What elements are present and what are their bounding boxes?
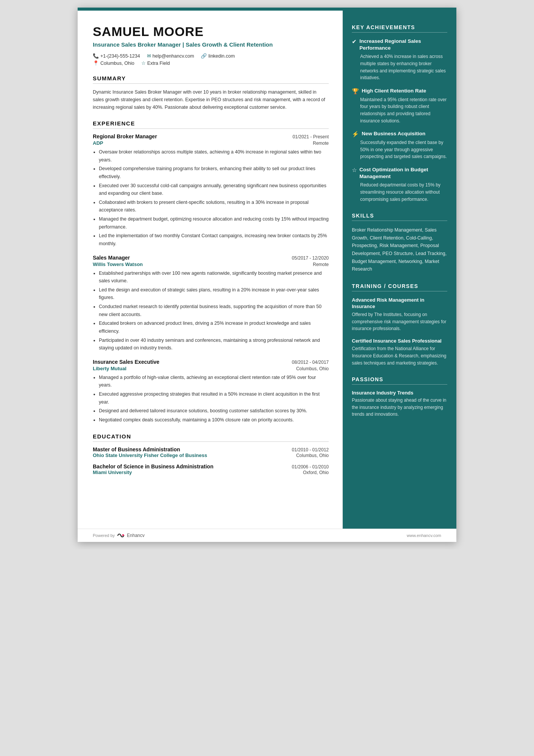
job-1-location: Remote: [313, 141, 329, 146]
training-2-desc: Certification from the National Alliance…: [352, 345, 447, 366]
job-3-header: Insurance Sales Executive 08/2012 - 04/2…: [93, 359, 329, 365]
phone-text: +1-(234)-555-1234: [100, 53, 140, 59]
achievement-3-desc: Successfully expanded the client base by…: [352, 139, 447, 160]
job-1-date: 01/2021 - Present: [293, 134, 329, 139]
job-1-title: Regional Broker Manager: [93, 133, 157, 139]
footer: Powered by Enhancv www.enhancv.com: [78, 529, 456, 542]
achievement-2-title: High Client Retention Rate: [362, 88, 426, 94]
job-2-header: Sales Manager 05/2017 - 12/2020: [93, 255, 329, 261]
bullet: Conducted market research to identify po…: [99, 303, 329, 318]
bullet: Collaborated with brokers to present cli…: [99, 199, 329, 214]
footer-website: www.enhancv.com: [407, 533, 441, 538]
achievement-3-header: ⚡ New Business Acquisition: [352, 130, 447, 138]
edu-2-location: Oxford, Ohio: [303, 470, 329, 475]
bullet: Led the implementation of two monthly Co…: [99, 232, 329, 247]
experience-title: EXPERIENCE: [93, 120, 329, 129]
job-1-company: ADP: [93, 140, 103, 146]
training-1: Advanced Risk Management in Insurance Of…: [352, 297, 447, 332]
job-2-date: 05/2017 - 12/2020: [292, 255, 329, 261]
linkedin-contact: 🔗 linkedin.com: [201, 53, 234, 59]
training-2: Certified Insurance Sales Professional C…: [352, 338, 447, 366]
achievement-1-icon: ✔: [352, 38, 357, 45]
bullet: Led the design and execution of strategi…: [99, 286, 329, 302]
location-contact: 📍 Columbus, Ohio: [93, 60, 134, 66]
achievement-1: ✔ Increased Regional Sales Performance A…: [352, 38, 447, 81]
job-2-company-row: Willis Towers Watson Remote: [93, 261, 329, 267]
passion-1-desc: Passionate about staying ahead of the cu…: [352, 397, 447, 418]
candidate-title: Insurance Sales Broker Manager | Sales G…: [93, 41, 329, 49]
job-3-bullets: Managed a portfolio of high-value client…: [93, 374, 329, 424]
bullet: Educated brokers on advanced product lin…: [99, 319, 329, 335]
job-3-location: Columbus, Ohio: [296, 366, 329, 371]
email-contact: ✉ help@enhancv.com: [147, 53, 194, 59]
passion-1-title: Insurance Industry Trends: [352, 390, 447, 396]
bullet: Established partnerships with over 100 n…: [99, 269, 329, 285]
job-3-title: Insurance Sales Executive: [93, 359, 159, 365]
job-2-location: Remote: [313, 262, 329, 267]
brand-name: Enhancv: [127, 533, 145, 538]
extra-contact: ☆ Extra Field: [141, 60, 170, 66]
edu-1-location: Columbus, Ohio: [296, 453, 329, 458]
training-section: TRAINING / COURSES Advanced Risk Managem…: [352, 283, 447, 366]
achievement-3-title: New Business Acquisition: [362, 130, 425, 137]
passion-1: Insurance Industry Trends Passionate abo…: [352, 390, 447, 418]
enhancv-logo: Enhancv: [117, 533, 145, 538]
contact-row-2: 📍 Columbus, Ohio ☆ Extra Field: [93, 60, 329, 66]
phone-icon: 📞: [93, 53, 99, 59]
extra-icon: ☆: [141, 60, 146, 66]
right-column: KEY ACHIEVEMENTS ✔ Increased Regional Sa…: [343, 11, 456, 529]
achievement-1-header: ✔ Increased Regional Sales Performance: [352, 38, 447, 52]
achievement-4-title: Cost Optimization in Budget Management: [359, 166, 447, 180]
job-1-header: Regional Broker Manager 01/2021 - Presen…: [93, 133, 329, 139]
job-2-title: Sales Manager: [93, 255, 130, 261]
training-2-title: Certified Insurance Sales Professional: [352, 338, 447, 344]
achievement-4-header: ☆ Cost Optimization in Budget Management: [352, 166, 447, 180]
email-text: help@enhancv.com: [153, 53, 194, 59]
edu-2-school: Miami University: [93, 470, 132, 475]
phone-contact: 📞 +1-(234)-555-1234: [93, 53, 140, 59]
passions-title: PASSIONS: [352, 376, 447, 385]
job-3-company: Liberty Mutual: [93, 366, 126, 371]
experience-section: EXPERIENCE Regional Broker Manager 01/20…: [93, 120, 329, 424]
achievement-2-header: 🏆 High Client Retention Rate: [352, 88, 447, 95]
summary-text: Dynamic Insurance Sales Broker Manager w…: [93, 88, 329, 111]
job-1: Regional Broker Manager 01/2021 - Presen…: [93, 133, 329, 248]
resume-page: SAMUEL MOORE Insurance Sales Broker Mana…: [78, 8, 456, 542]
bullet: Executed aggressive prospecting strategi…: [99, 390, 329, 406]
job-3: Insurance Sales Executive 08/2012 - 04/2…: [93, 359, 329, 424]
contact-row: 📞 +1-(234)-555-1234 ✉ help@enhancv.com 🔗…: [93, 53, 329, 59]
powered-by-label: Powered by: [93, 533, 115, 538]
location-icon: 📍: [93, 60, 99, 66]
job-1-company-row: ADP Remote: [93, 139, 329, 146]
bullet: Developed comprehensive training program…: [99, 165, 329, 180]
bullet: Oversaw broker relationships across mult…: [99, 148, 329, 164]
job-2: Sales Manager 05/2017 - 12/2020 Willis T…: [93, 255, 329, 352]
summary-section: SUMMARY Dynamic Insurance Sales Broker M…: [93, 75, 329, 111]
footer-brand: Powered by Enhancv: [93, 533, 145, 538]
achievements-section: KEY ACHIEVEMENTS ✔ Increased Regional Sa…: [352, 24, 447, 203]
skills-title: SKILLS: [352, 213, 447, 221]
education-title: EDUCATION: [93, 433, 329, 442]
bullet: Managed a portfolio of high-value client…: [99, 374, 329, 389]
achievement-2: 🏆 High Client Retention Rate Maintained …: [352, 88, 447, 124]
passions-section: PASSIONS Insurance Industry Trends Passi…: [352, 376, 447, 418]
achievement-2-desc: Maintained a 95% client retention rate o…: [352, 96, 447, 124]
job-2-bullets: Established partnerships with over 100 n…: [93, 269, 329, 352]
edu-2-header: Bachelor of Science in Business Administ…: [93, 463, 329, 470]
achievement-3-icon: ⚡: [352, 131, 359, 138]
edu-2-degree: Bachelor of Science in Business Administ…: [93, 463, 213, 470]
job-2-company: Willis Towers Watson: [93, 261, 143, 267]
achievements-title: KEY ACHIEVEMENTS: [352, 24, 447, 33]
edu-1-date: 01/2010 - 01/2012: [292, 447, 329, 452]
location-text: Columbus, Ohio: [100, 61, 134, 66]
content-wrapper: SAMUEL MOORE Insurance Sales Broker Mana…: [78, 11, 456, 529]
bullet: Managed the department budget, optimizin…: [99, 215, 329, 231]
achievement-1-title: Increased Regional Sales Performance: [359, 38, 447, 52]
edu-2-school-row: Miami University Oxford, Ohio: [93, 470, 329, 475]
left-column: SAMUEL MOORE Insurance Sales Broker Mana…: [78, 11, 343, 529]
training-title: TRAINING / COURSES: [352, 283, 447, 291]
edu-1-school-row: Ohio State University Fisher College of …: [93, 452, 329, 458]
bullet: Executed over 30 successful cold-call ca…: [99, 182, 329, 197]
achievement-3: ⚡ New Business Acquisition Successfully …: [352, 130, 447, 160]
edu-1-school: Ohio State University Fisher College of …: [93, 452, 207, 458]
